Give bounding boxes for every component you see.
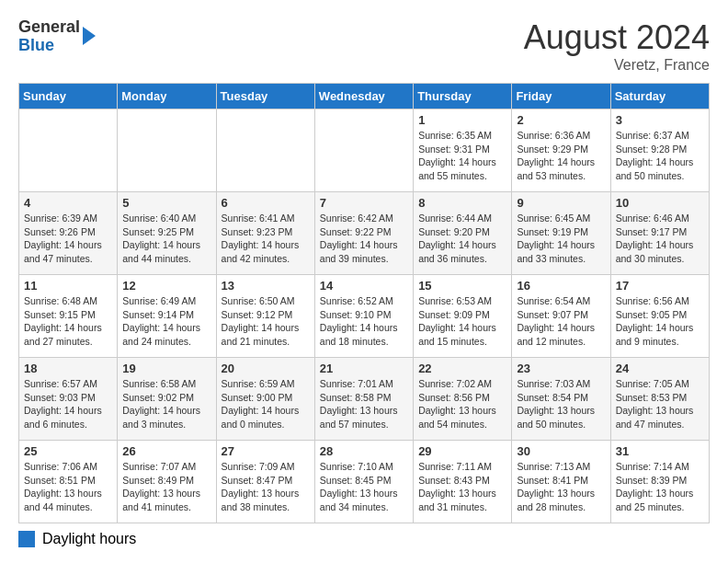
day-number: 30 — [517, 444, 605, 458]
day-number: 21 — [320, 362, 408, 375]
day-info: Sunrise: 6:42 AMSunset: 9:22 PMDaylight:… — [320, 212, 408, 266]
calendar-week-row: 11Sunrise: 6:48 AMSunset: 9:15 PMDayligh… — [19, 275, 710, 358]
day-number: 24 — [616, 362, 704, 375]
day-info: Sunrise: 7:13 AMSunset: 8:41 PMDaylight:… — [517, 460, 605, 514]
calendar-cell: 5Sunrise: 6:40 AMSunset: 9:25 PMDaylight… — [118, 192, 216, 275]
day-info: Sunrise: 7:03 AMSunset: 8:54 PMDaylight:… — [517, 377, 605, 431]
day-info: Sunrise: 6:36 AMSunset: 9:29 PMDaylight:… — [517, 129, 605, 183]
calendar-cell: 6Sunrise: 6:41 AMSunset: 9:23 PMDaylight… — [216, 192, 314, 275]
day-info: Sunrise: 6:57 AMSunset: 9:03 PMDaylight:… — [24, 377, 112, 431]
calendar-cell: 8Sunrise: 6:44 AMSunset: 9:20 PMDaylight… — [414, 192, 512, 275]
day-number: 19 — [122, 362, 210, 375]
weekday-header-friday: Friday — [512, 84, 610, 109]
day-number: 31 — [616, 444, 704, 458]
day-info: Sunrise: 7:11 AMSunset: 8:43 PMDaylight:… — [418, 460, 506, 514]
day-info: Sunrise: 6:54 AMSunset: 9:07 PMDaylight:… — [517, 294, 605, 349]
calendar-cell: 9Sunrise: 6:45 AMSunset: 9:19 PMDaylight… — [512, 192, 610, 275]
day-number: 2 — [517, 113, 605, 127]
day-number: 9 — [517, 196, 605, 210]
calendar-cell: 28Sunrise: 7:10 AMSunset: 8:45 PMDayligh… — [314, 441, 413, 523]
day-number: 17 — [616, 279, 704, 293]
calendar-cell — [118, 109, 216, 192]
day-info: Sunrise: 6:37 AMSunset: 9:28 PMDaylight:… — [616, 129, 704, 183]
calendar-cell: 24Sunrise: 7:05 AMSunset: 8:53 PMDayligh… — [610, 358, 709, 441]
weekday-header-sunday: Sunday — [19, 84, 118, 109]
calendar-cell: 1Sunrise: 6:35 AMSunset: 9:31 PMDaylight… — [414, 109, 512, 192]
day-number: 6 — [222, 196, 310, 210]
calendar-cell: 30Sunrise: 7:13 AMSunset: 8:41 PMDayligh… — [512, 441, 610, 523]
calendar-cell: 31Sunrise: 7:14 AMSunset: 8:39 PMDayligh… — [610, 441, 709, 523]
calendar-week-row: 25Sunrise: 7:06 AMSunset: 8:51 PMDayligh… — [19, 441, 710, 523]
day-info: Sunrise: 7:01 AMSunset: 8:58 PMDaylight:… — [320, 377, 408, 431]
day-number: 13 — [222, 279, 310, 293]
day-info: Sunrise: 7:07 AMSunset: 8:49 PMDaylight:… — [122, 460, 210, 514]
calendar-week-row: 1Sunrise: 6:35 AMSunset: 9:31 PMDaylight… — [19, 109, 710, 192]
day-number: 10 — [616, 196, 704, 210]
calendar-cell: 11Sunrise: 6:48 AMSunset: 9:15 PMDayligh… — [19, 275, 118, 358]
day-info: Sunrise: 7:06 AMSunset: 8:51 PMDaylight:… — [24, 460, 112, 514]
calendar-cell: 29Sunrise: 7:11 AMSunset: 8:43 PMDayligh… — [414, 441, 512, 523]
day-number: 28 — [320, 444, 408, 458]
day-info: Sunrise: 7:14 AMSunset: 8:39 PMDaylight:… — [616, 460, 704, 514]
day-info: Sunrise: 6:41 AMSunset: 9:23 PMDaylight:… — [222, 212, 310, 266]
calendar-cell: 21Sunrise: 7:01 AMSunset: 8:58 PMDayligh… — [314, 358, 413, 441]
day-number: 1 — [418, 113, 506, 127]
page-header: General Blue August 2024 Veretz, France — [18, 18, 710, 74]
logo-arrow-icon — [83, 27, 96, 45]
day-number: 4 — [24, 196, 112, 210]
logo: General Blue — [18, 18, 96, 55]
calendar-cell: 14Sunrise: 6:52 AMSunset: 9:10 PMDayligh… — [314, 275, 413, 358]
day-info: Sunrise: 6:59 AMSunset: 9:00 PMDaylight:… — [222, 377, 310, 431]
calendar-cell — [19, 109, 118, 192]
calendar-cell: 19Sunrise: 6:58 AMSunset: 9:02 PMDayligh… — [118, 358, 216, 441]
calendar-cell: 3Sunrise: 6:37 AMSunset: 9:28 PMDaylight… — [610, 109, 709, 192]
day-info: Sunrise: 6:45 AMSunset: 9:19 PMDaylight:… — [517, 212, 605, 266]
calendar-cell: 10Sunrise: 6:46 AMSunset: 9:17 PMDayligh… — [610, 192, 709, 275]
weekday-header-monday: Monday — [118, 84, 216, 109]
legend-color-box — [18, 531, 35, 547]
day-number: 8 — [418, 196, 506, 210]
day-info: Sunrise: 6:39 AMSunset: 9:26 PMDaylight:… — [24, 212, 112, 266]
day-number: 7 — [320, 196, 408, 210]
calendar-cell: 27Sunrise: 7:09 AMSunset: 8:47 PMDayligh… — [216, 441, 314, 523]
day-number: 18 — [24, 362, 112, 375]
weekday-header-tuesday: Tuesday — [216, 84, 314, 109]
calendar-week-row: 4Sunrise: 6:39 AMSunset: 9:26 PMDaylight… — [19, 192, 710, 275]
calendar-cell: 13Sunrise: 6:50 AMSunset: 9:12 PMDayligh… — [216, 275, 314, 358]
day-number: 3 — [616, 113, 704, 127]
day-info: Sunrise: 7:02 AMSunset: 8:56 PMDaylight:… — [418, 377, 506, 431]
day-number: 27 — [222, 444, 310, 458]
day-info: Sunrise: 7:09 AMSunset: 8:47 PMDaylight:… — [222, 460, 310, 514]
calendar-cell — [216, 109, 314, 192]
calendar-header-row: SundayMondayTuesdayWednesdayThursdayFrid… — [19, 84, 710, 109]
day-info: Sunrise: 7:05 AMSunset: 8:53 PMDaylight:… — [616, 377, 704, 431]
calendar-week-row: 18Sunrise: 6:57 AMSunset: 9:03 PMDayligh… — [19, 358, 710, 441]
legend: Daylight hours — [18, 531, 710, 547]
day-number: 29 — [418, 444, 506, 458]
day-info: Sunrise: 6:44 AMSunset: 9:20 PMDaylight:… — [418, 212, 506, 266]
calendar-cell — [314, 109, 413, 192]
title-block: August 2024 Veretz, France — [524, 18, 710, 74]
day-number: 22 — [418, 362, 506, 375]
calendar-cell: 20Sunrise: 6:59 AMSunset: 9:00 PMDayligh… — [216, 358, 314, 441]
calendar-cell: 16Sunrise: 6:54 AMSunset: 9:07 PMDayligh… — [512, 275, 610, 358]
calendar-cell: 15Sunrise: 6:53 AMSunset: 9:09 PMDayligh… — [414, 275, 512, 358]
logo-general: General — [18, 17, 80, 36]
day-number: 15 — [418, 279, 506, 293]
day-number: 16 — [517, 279, 605, 293]
day-info: Sunrise: 6:48 AMSunset: 9:15 PMDaylight:… — [24, 294, 112, 349]
calendar-cell: 26Sunrise: 7:07 AMSunset: 8:49 PMDayligh… — [118, 441, 216, 523]
calendar-cell: 12Sunrise: 6:49 AMSunset: 9:14 PMDayligh… — [118, 275, 216, 358]
day-info: Sunrise: 6:50 AMSunset: 9:12 PMDaylight:… — [222, 294, 310, 349]
calendar-cell: 22Sunrise: 7:02 AMSunset: 8:56 PMDayligh… — [414, 358, 512, 441]
day-info: Sunrise: 6:52 AMSunset: 9:10 PMDaylight:… — [320, 294, 408, 349]
calendar-cell: 23Sunrise: 7:03 AMSunset: 8:54 PMDayligh… — [512, 358, 610, 441]
month-year-title: August 2024 — [524, 18, 710, 57]
day-number: 26 — [122, 444, 210, 458]
calendar-cell: 4Sunrise: 6:39 AMSunset: 9:26 PMDaylight… — [19, 192, 118, 275]
day-number: 14 — [320, 279, 408, 293]
day-number: 25 — [24, 444, 112, 458]
calendar-cell: 7Sunrise: 6:42 AMSunset: 9:22 PMDaylight… — [314, 192, 413, 275]
day-number: 5 — [122, 196, 210, 210]
weekday-header-thursday: Thursday — [414, 84, 512, 109]
